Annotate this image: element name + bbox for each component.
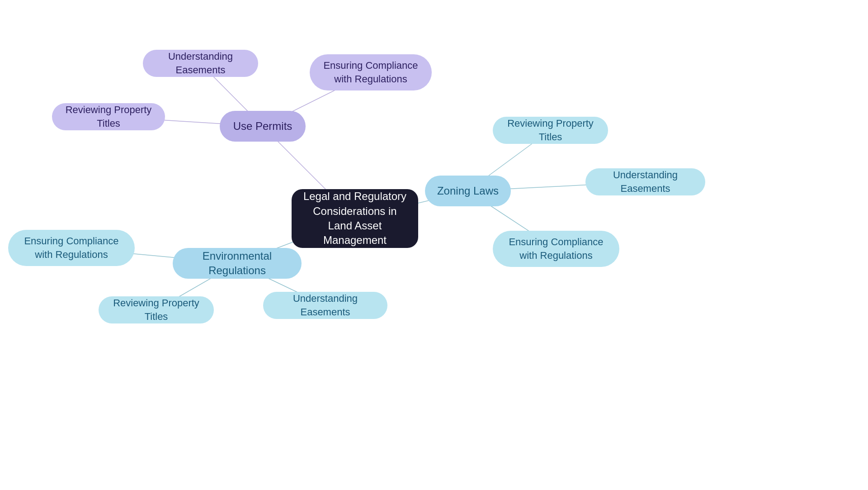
node-use-permits[interactable]: Use Permits bbox=[220, 111, 306, 142]
node-ensuring-compliance-2-label: Ensuring Compliance with Regulations bbox=[503, 235, 609, 262]
node-zoning-laws-label: Zoning Laws bbox=[437, 184, 499, 198]
node-understanding-easements-1[interactable]: Understanding Easements bbox=[143, 50, 258, 77]
node-ensuring-compliance-1[interactable]: Ensuring Compliance with Regulations bbox=[310, 54, 432, 90]
node-understanding-easements-3-label: Understanding Easements bbox=[273, 292, 377, 319]
node-environmental-regs[interactable]: Environmental Regulations bbox=[173, 248, 302, 279]
node-ensuring-compliance-1-label: Ensuring Compliance with Regulations bbox=[320, 59, 422, 86]
center-node[interactable]: Legal and Regulatory Considerations in L… bbox=[292, 189, 418, 248]
node-ensuring-compliance-2[interactable]: Ensuring Compliance with Regulations bbox=[493, 231, 619, 267]
node-understanding-easements-1-label: Understanding Easements bbox=[153, 50, 248, 76]
node-understanding-easements-2[interactable]: Understanding Easements bbox=[585, 168, 705, 195]
node-reviewing-titles-2[interactable]: Reviewing Property Titles bbox=[493, 117, 608, 144]
node-reviewing-titles-1[interactable]: Reviewing Property Titles bbox=[52, 103, 165, 130]
node-use-permits-label: Use Permits bbox=[233, 119, 292, 133]
node-ensuring-compliance-3[interactable]: Ensuring Compliance with Regulations bbox=[8, 230, 135, 266]
node-understanding-easements-3[interactable]: Understanding Easements bbox=[263, 292, 387, 319]
node-reviewing-titles-3-label: Reviewing Property Titles bbox=[108, 296, 204, 323]
node-ensuring-compliance-3-label: Ensuring Compliance with Regulations bbox=[18, 234, 125, 261]
node-understanding-easements-2-label: Understanding Easements bbox=[595, 168, 695, 195]
node-zoning-laws[interactable]: Zoning Laws bbox=[425, 176, 511, 206]
node-reviewing-titles-3[interactable]: Reviewing Property Titles bbox=[99, 296, 214, 323]
node-environmental-regs-label: Environmental Regulations bbox=[183, 249, 292, 278]
center-label: Legal and Regulatory Considerations in L… bbox=[302, 189, 408, 248]
node-reviewing-titles-1-label: Reviewing Property Titles bbox=[62, 103, 155, 130]
node-reviewing-titles-2-label: Reviewing Property Titles bbox=[503, 117, 598, 143]
